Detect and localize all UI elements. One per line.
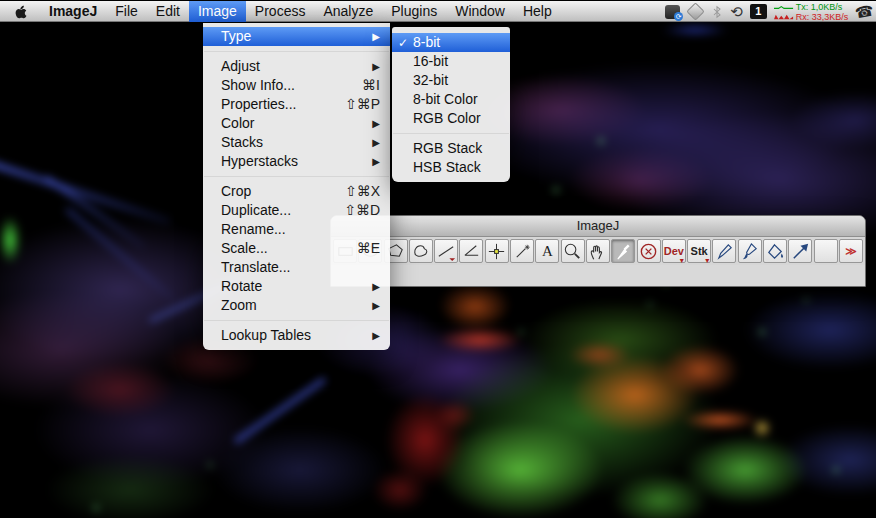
menu-item-translate[interactable]: Translate... (203, 258, 390, 277)
time-machine-icon[interactable]: ⟲ (730, 1, 743, 22)
menubar-item-window[interactable]: Window (446, 1, 514, 22)
menu-item-rgb-stack[interactable]: RGB Stack (392, 139, 510, 158)
circle-x-tool[interactable] (637, 239, 661, 263)
submenu-arrow-icon: ▶ (372, 152, 380, 171)
dropper-tool[interactable] (611, 239, 635, 263)
network-graph-icon (774, 2, 794, 22)
menu-item-scale[interactable]: Scale...⌘E (203, 239, 390, 258)
submenu-arrow-icon: ▶ (372, 296, 380, 315)
menu-separator (203, 46, 390, 57)
arrow-tool[interactable] (788, 239, 812, 263)
apple-menu[interactable] (12, 3, 32, 21)
menubar-item-process[interactable]: Process (246, 1, 315, 22)
pencil-tool[interactable] (712, 239, 736, 263)
toolbar: ADev▾Stk▾≫ (333, 239, 863, 265)
menu-item-type[interactable]: Type▶ (203, 27, 390, 46)
menubar-item-plugins[interactable]: Plugins (382, 1, 446, 22)
menu-shortcut: ⇧⌘X (345, 182, 380, 201)
apple-icon (12, 3, 30, 21)
menu-item-label: Properties... (221, 96, 296, 112)
submenu-arrow-icon: ▶ (372, 326, 380, 345)
menu-separator (203, 315, 390, 326)
menu-item-label: Color (221, 115, 254, 131)
menu-item-show-info[interactable]: Show Info...⌘I (203, 76, 390, 95)
menu-separator (203, 171, 390, 182)
image-menu-panel: Type▶Adjust▶Show Info...⌘IProperties...⇧… (203, 23, 390, 350)
fill-tool-icon (765, 241, 786, 262)
menu-item-label: Show Info... (221, 77, 295, 93)
menu-item-rgb-color[interactable]: RGB Color (392, 109, 510, 128)
dropper-tool-icon (613, 241, 634, 262)
brush-tool[interactable] (738, 239, 762, 263)
menu-item-32-bit[interactable]: 32-bit (392, 71, 510, 90)
menu-item-zoom[interactable]: Zoom▶ (203, 296, 390, 315)
point-tool[interactable] (485, 239, 509, 263)
menu-item-properties[interactable]: Properties...⇧⌘P (203, 95, 390, 114)
dropbox-icon[interactable]: ⟳ (665, 5, 680, 19)
menu-item-8-bit[interactable]: ✓8-bit (392, 33, 510, 52)
angle-tool[interactable] (459, 239, 483, 263)
text-tool-icon: A (542, 243, 553, 260)
menu-item-label: Duplicate... (221, 202, 291, 218)
menu-bar: ImageJFileEditImageProcessAnalyzePlugins… (0, 0, 876, 22)
menu-item-stacks[interactable]: Stacks▶ (203, 133, 390, 152)
menubar-item-image[interactable]: Image (189, 1, 246, 22)
freehand-tool[interactable] (409, 239, 433, 263)
imagej-status-bar (331, 265, 865, 286)
tx-value: 1,0KB/s (811, 2, 843, 12)
menu-item-label: 32-bit (413, 72, 448, 88)
imagej-window-title[interactable]: ImageJ (331, 216, 865, 237)
circle-x-tool-icon (638, 241, 659, 262)
bluetooth-icon[interactable] (711, 4, 723, 20)
hand-tool[interactable] (586, 239, 610, 263)
menubar-item-analyze[interactable]: Analyze (314, 1, 382, 22)
diamond-icon[interactable] (686, 2, 704, 20)
menu-item-adjust[interactable]: Adjust▶ (203, 57, 390, 76)
menu-item-label: Lookup Tables (221, 327, 311, 343)
stk-tool[interactable]: Stk▾ (687, 239, 711, 263)
menubar-item-edit[interactable]: Edit (147, 1, 189, 22)
menu-item-lookup-tables[interactable]: Lookup Tables▶ (203, 326, 390, 345)
menu-shortcut: ⌘E (357, 239, 380, 258)
menubar-item-imagej[interactable]: ImageJ (40, 1, 106, 22)
menubar-item-file[interactable]: File (106, 1, 147, 22)
text-tool[interactable]: A (535, 239, 559, 263)
menubar-status: ⟳ ⟲ 1 Tx: 1,0KB/s Rx: 33,3KB/s ☎ (665, 1, 874, 22)
menu-item-label: RGB Stack (413, 140, 482, 156)
line-tool-icon (436, 241, 457, 262)
menu-item-label: RGB Color (413, 110, 481, 126)
menu-item-label: Rotate (221, 278, 262, 294)
menubar-item-help[interactable]: Help (514, 1, 561, 22)
imagej-window[interactable]: ImageJ ADev▾Stk▾≫ (330, 215, 866, 287)
dev-tool[interactable]: Dev▾ (662, 239, 686, 263)
more-tools[interactable]: ≫ (839, 239, 863, 263)
rx-label: Rx: (796, 12, 810, 22)
submenu-arrow-icon: ▶ (372, 133, 380, 152)
empty-tool[interactable] (814, 239, 838, 263)
spaces-badge[interactable]: 1 (750, 4, 767, 19)
magnifier-tool[interactable] (561, 239, 585, 263)
menu-item-hsb-stack[interactable]: HSB Stack (392, 158, 510, 177)
menu-item-16-bit[interactable]: 16-bit (392, 52, 510, 71)
fill-tool[interactable] (763, 239, 787, 263)
menu-item-rename[interactable]: Rename... (203, 220, 390, 239)
menu-item-crop[interactable]: Crop⇧⌘X (203, 182, 390, 201)
menu-item-label: Zoom (221, 297, 257, 313)
pencil-tool-icon (714, 241, 735, 262)
menu-item-8-bit-color[interactable]: 8-bit Color (392, 90, 510, 109)
menu-item-rotate[interactable]: Rotate▶ (203, 277, 390, 296)
menu-item-duplicate[interactable]: Duplicate...⇧⌘D (203, 201, 390, 220)
wand-tool[interactable] (510, 239, 534, 263)
menu-item-color[interactable]: Color▶ (203, 114, 390, 133)
menu-item-label: Type (221, 28, 251, 44)
phone-icon[interactable]: ☎ (854, 0, 876, 23)
blue-filament (0, 161, 171, 224)
network-monitor[interactable]: Tx: 1,0KB/s Rx: 33,3KB/s (774, 2, 849, 22)
submenu-arrow-icon: ▶ (372, 114, 380, 133)
menu-item-label: Rename... (221, 221, 286, 237)
line-tool[interactable] (434, 239, 458, 263)
menu-item-hyperstacks[interactable]: Hyperstacks▶ (203, 152, 390, 171)
menu-item-label: 8-bit (413, 34, 440, 50)
menu-item-label: Crop (221, 183, 251, 199)
menu-separator (392, 128, 510, 139)
